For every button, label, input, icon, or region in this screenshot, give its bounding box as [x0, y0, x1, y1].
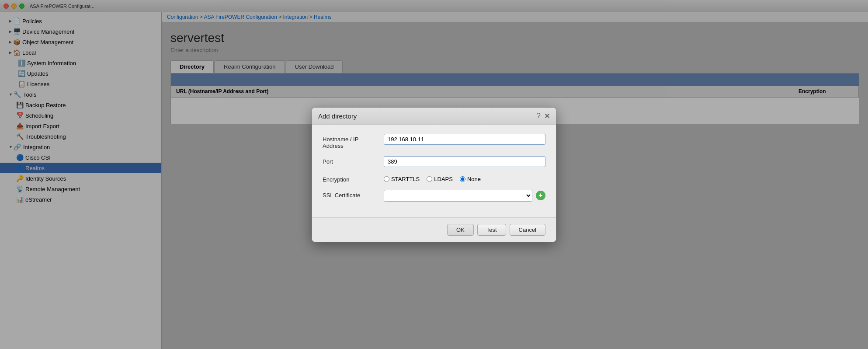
hostname-input[interactable] [384, 134, 545, 145]
ok-button[interactable]: OK [447, 224, 474, 236]
hostname-label: Hostname / IPAddress [323, 134, 384, 149]
cancel-button[interactable]: Cancel [510, 224, 545, 236]
port-input[interactable] [384, 156, 545, 167]
modal-help-button[interactable]: ? [537, 112, 541, 120]
add-directory-modal: Add directory ? ✕ Hostname / IPAddress P… [312, 107, 556, 242]
encryption-field: STARTTLS LDAPS None [384, 174, 545, 182]
modal-body: Hostname / IPAddress Port Encryption [312, 125, 556, 217]
hostname-row: Hostname / IPAddress [323, 134, 545, 149]
ssl-label: SSL Certificate [323, 190, 384, 199]
encryption-option-none[interactable]: None [460, 176, 481, 182]
ssl-certificate-select[interactable] [384, 190, 532, 202]
starttls-label: STARTTLS [391, 176, 420, 182]
ssl-select-row: + [384, 190, 545, 202]
encryption-option-starttls[interactable]: STARTTLS [384, 176, 420, 182]
modal-footer: OK Test Cancel [312, 217, 556, 242]
test-button[interactable]: Test [477, 224, 506, 236]
ssl-add-button[interactable]: + [536, 191, 545, 200]
modal-titlebar: Add directory ? ✕ [312, 108, 556, 125]
modal-overlay: Add directory ? ✕ Hostname / IPAddress P… [0, 0, 868, 349]
ssl-row: SSL Certificate + [323, 190, 545, 202]
ldaps-label: LDAPS [434, 176, 453, 182]
encryption-radio-group: STARTTLS LDAPS None [384, 174, 545, 182]
encryption-label: Encryption [323, 174, 384, 183]
port-field [384, 156, 545, 167]
starttls-radio[interactable] [384, 176, 389, 182]
modal-controls: ? ✕ [537, 112, 550, 120]
port-label: Port [323, 156, 384, 165]
modal-title: Add directory [318, 112, 357, 120]
ssl-field: + [384, 190, 545, 202]
none-label: None [467, 176, 481, 182]
encryption-option-ldaps[interactable]: LDAPS [427, 176, 453, 182]
ldaps-radio[interactable] [427, 176, 432, 182]
port-row: Port [323, 156, 545, 167]
encryption-row: Encryption STARTTLS LDAPS No [323, 174, 545, 183]
none-radio[interactable] [460, 176, 465, 182]
hostname-field [384, 134, 545, 145]
modal-close-button[interactable]: ✕ [544, 112, 550, 120]
